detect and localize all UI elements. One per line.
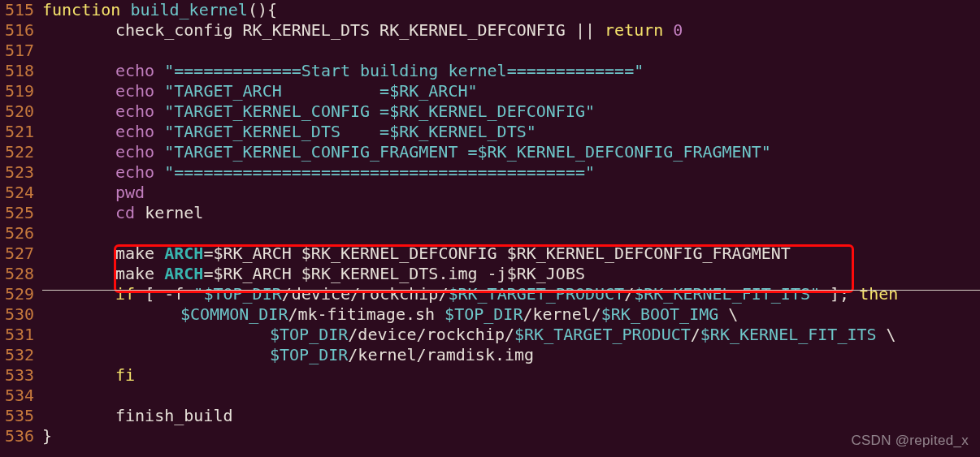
code-content xyxy=(42,386,980,406)
line-number: 522 xyxy=(0,142,42,162)
code-content: echo "TARGET_KERNEL_DTS =$RK_KERNEL_DTS" xyxy=(42,122,980,142)
line-number: 521 xyxy=(0,122,42,142)
code-line[interactable]: 524pwd xyxy=(0,183,980,203)
code-line[interactable]: 527make ARCH=$RK_ARCH $RK_KERNEL_DEFCONF… xyxy=(0,244,980,264)
line-number: 515 xyxy=(0,0,42,20)
code-content: echo "TARGET_KERNEL_CONFIG =$RK_KERNEL_D… xyxy=(42,101,980,122)
line-number: 527 xyxy=(0,244,42,264)
code-content: echo "=============Start building kernel… xyxy=(42,61,980,81)
code-content: } xyxy=(42,426,980,446)
line-number: 535 xyxy=(0,406,42,426)
code-line[interactable]: 517 xyxy=(0,41,980,61)
code-line[interactable]: 519echo "TARGET_ARCH =$RK_ARCH" xyxy=(0,81,980,101)
line-number: 518 xyxy=(0,61,42,81)
line-number: 525 xyxy=(0,203,42,223)
line-number: 519 xyxy=(0,81,42,101)
code-line[interactable]: 521echo "TARGET_KERNEL_DTS =$RK_KERNEL_D… xyxy=(0,122,980,142)
line-number: 536 xyxy=(0,426,42,446)
line-number: 520 xyxy=(0,101,42,122)
code-line[interactable]: 515function build_kernel(){ xyxy=(0,0,980,20)
code-line[interactable]: 534 xyxy=(0,386,980,406)
line-number: 531 xyxy=(0,325,42,345)
line-number: 529 xyxy=(0,284,42,304)
code-line[interactable]: 536} xyxy=(0,426,980,446)
code-content: $TOP_DIR/device/rockchip/$RK_TARGET_PROD… xyxy=(42,325,980,345)
code-content: function build_kernel(){ xyxy=(42,0,980,20)
code-line[interactable]: 522echo "TARGET_KERNEL_CONFIG_FRAGMENT =… xyxy=(0,142,980,162)
code-line[interactable]: 529if [ -f "$TOP_DIR/device/rockchip/$RK… xyxy=(0,284,980,304)
line-number: 530 xyxy=(0,304,42,325)
code-line[interactable]: 535finish_build xyxy=(0,406,980,426)
line-number: 526 xyxy=(0,223,42,244)
code-content xyxy=(42,41,980,61)
code-content: make ARCH=$RK_ARCH $RK_KERNEL_DEFCONFIG … xyxy=(42,244,980,264)
line-number: 528 xyxy=(0,264,42,284)
code-content xyxy=(42,223,980,244)
code-content: if [ -f "$TOP_DIR/device/rockchip/$RK_TA… xyxy=(42,284,980,304)
code-line[interactable]: 523echo "===============================… xyxy=(0,162,980,183)
caret-line-rule xyxy=(42,290,980,291)
code-line[interactable]: 528make ARCH=$RK_ARCH $RK_KERNEL_DTS.img… xyxy=(0,264,980,284)
code-line[interactable]: 531$TOP_DIR/device/rockchip/$RK_TARGET_P… xyxy=(0,325,980,345)
code-content: echo "==================================… xyxy=(42,162,980,183)
code-line[interactable]: 532$TOP_DIR/kernel/ramdisk.img xyxy=(0,345,980,365)
code-editor[interactable]: 515function build_kernel(){516check_conf… xyxy=(0,0,980,457)
code-content: fi xyxy=(42,365,980,386)
code-content: echo "TARGET_KERNEL_CONFIG_FRAGMENT =$RK… xyxy=(42,142,980,162)
watermark: CSDN @repited_x xyxy=(851,430,969,451)
line-number: 534 xyxy=(0,386,42,406)
code-line[interactable]: 516check_config RK_KERNEL_DTS RK_KERNEL_… xyxy=(0,20,980,41)
code-content: cd kernel xyxy=(42,203,980,223)
code-line[interactable]: 525cd kernel xyxy=(0,203,980,223)
line-number: 517 xyxy=(0,41,42,61)
code-line[interactable]: 530$COMMON_DIR/mk-fitimage.sh $TOP_DIR/k… xyxy=(0,304,980,325)
code-line[interactable]: 520echo "TARGET_KERNEL_CONFIG =$RK_KERNE… xyxy=(0,101,980,122)
line-number: 532 xyxy=(0,345,42,365)
line-number: 516 xyxy=(0,20,42,41)
code-content: make ARCH=$RK_ARCH $RK_KERNEL_DTS.img -j… xyxy=(42,264,980,284)
code-line[interactable]: 526 xyxy=(0,223,980,244)
line-number: 523 xyxy=(0,162,42,183)
code-content: echo "TARGET_ARCH =$RK_ARCH" xyxy=(42,81,980,101)
code-line[interactable]: 533fi xyxy=(0,365,980,386)
code-line[interactable]: 518echo "=============Start building ker… xyxy=(0,61,980,81)
code-content: finish_build xyxy=(42,406,980,426)
code-content: pwd xyxy=(42,183,980,203)
line-number: 524 xyxy=(0,183,42,203)
code-content: $COMMON_DIR/mk-fitimage.sh $TOP_DIR/kern… xyxy=(42,304,980,325)
line-number: 533 xyxy=(0,365,42,386)
code-content: check_config RK_KERNEL_DTS RK_KERNEL_DEF… xyxy=(42,20,980,41)
code-content: $TOP_DIR/kernel/ramdisk.img xyxy=(42,345,980,365)
